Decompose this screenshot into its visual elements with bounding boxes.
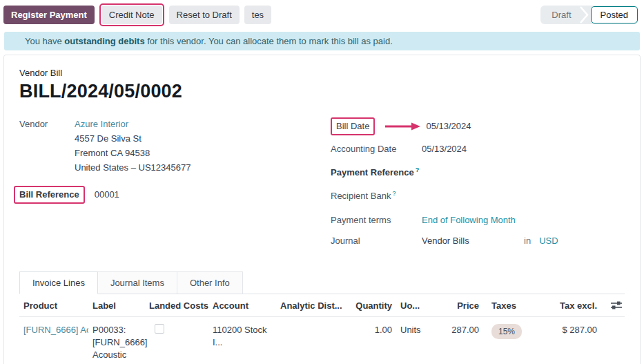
vendor-bill-page: Register Payment Credit Note Reset to Dr… <box>0 0 644 364</box>
outstanding-debits-banner: You have outstanding debits for this ven… <box>4 32 640 50</box>
col-header-tax-excl[interactable]: Tax excl. <box>549 300 601 311</box>
annotation-box-credit-note: Credit Note <box>99 3 164 26</box>
outstanding-debits-link[interactable]: outstanding debits <box>64 36 144 46</box>
tes-button[interactable]: tes <box>244 6 271 24</box>
col-header-account[interactable]: Account <box>208 300 276 311</box>
journal-field: Journal Vendor Bills in USD <box>331 234 625 248</box>
payment-reference-label: Payment Reference? <box>331 163 422 180</box>
line-product-link[interactable]: [FURN_6666] Acoustic Bloc Screens <box>19 324 88 336</box>
accounting-date-value[interactable]: 05/13/2024 <box>422 142 467 156</box>
vendor-address-line2: Fremont CA 94538 <box>75 146 191 160</box>
vendor-label: Vendor <box>19 117 75 131</box>
banner-text-suffix: for this vendor. You can allocate them t… <box>145 36 393 46</box>
line-account[interactable]: 110200 Stock I... <box>208 324 276 349</box>
tab-invoice-lines[interactable]: Invoice Lines <box>19 271 98 294</box>
line-tax-excl: $ 287.00 <box>549 324 601 336</box>
payment-terms-link[interactable]: End of Following Month <box>422 213 516 227</box>
accounting-date-label: Accounting Date <box>331 142 422 156</box>
tab-other-info[interactable]: Other Info <box>177 271 243 294</box>
line-price[interactable]: 287.00 <box>436 324 483 336</box>
reset-to-draft-button[interactable]: Reset to Draft <box>169 6 240 24</box>
line-uom[interactable]: Units <box>396 324 436 336</box>
toolbar: Register Payment Credit Note Reset to Dr… <box>0 0 644 30</box>
col-header-quantity[interactable]: Quantity <box>342 300 396 311</box>
line-landed-costs <box>145 324 208 337</box>
help-icon[interactable]: ? <box>416 166 420 173</box>
form-right-column: Bill Date 05/13/2024 Accounting Date 05/… <box>331 117 625 255</box>
vendor-address-line3: United States – US12345677 <box>75 160 191 175</box>
invoice-lines-header: Product Label Landed Costs Account Analy… <box>19 294 625 317</box>
annotation-box-bill-reference: Bill Reference <box>14 186 85 204</box>
bill-reference-label: Bill Reference <box>19 189 79 200</box>
accounting-date-field: Accounting Date 05/13/2024 <box>331 142 625 156</box>
journal-label: Journal <box>331 234 422 248</box>
invoice-line-row[interactable]: [FURN_6666] Acoustic Bloc Screens P00033… <box>19 317 625 364</box>
form-left-column: Vendor Azure Interior 4557 De Silva St F… <box>19 117 331 255</box>
payment-reference-field: Payment Reference? <box>331 163 625 180</box>
journal-in-word: in <box>524 234 531 248</box>
vendor-address-line1: 4557 De Silva St <box>75 131 191 146</box>
banner-text-prefix: You have <box>25 36 64 46</box>
col-header-label[interactable]: Label <box>88 300 145 311</box>
annotation-box-bill-date: Bill Date <box>331 117 375 135</box>
payment-terms-field: Payment terms End of Following Month <box>331 213 625 227</box>
line-quantity[interactable]: 1.00 <box>342 324 396 336</box>
optional-columns-icon[interactable] <box>601 300 625 310</box>
annotation-arrow-icon <box>384 122 420 131</box>
form-fields: Vendor Azure Interior 4557 De Silva St F… <box>19 117 625 255</box>
col-header-analytic[interactable]: Analytic Dist... <box>276 300 342 311</box>
status-ribbon: Draft Posted <box>540 6 638 24</box>
bill-form-sheet: Vendor Bill BILL/2024/05/0002 Vendor Azu… <box>3 55 641 364</box>
document-type-label: Vendor Bill <box>19 68 625 78</box>
col-header-taxes[interactable]: Taxes <box>483 300 549 311</box>
chevron-right-icon <box>578 6 589 24</box>
tax-badge[interactable]: 15% <box>491 324 522 339</box>
col-header-uom[interactable]: Uo... <box>396 300 436 311</box>
bill-reference-value[interactable]: 00001 <box>95 188 119 202</box>
status-posted[interactable]: Posted <box>591 6 638 23</box>
credit-note-button[interactable]: Credit Note <box>101 6 162 24</box>
recipient-bank-field: Recipient Bank? <box>331 186 625 203</box>
line-label[interactable]: P00033: [FURN_6666] Acoustic Bloc Screen… <box>88 324 145 364</box>
journal-value[interactable]: Vendor Bills <box>422 234 524 248</box>
vendor-value: Azure Interior 4557 De Silva St Fremont … <box>75 117 191 175</box>
bill-date-label: Bill Date <box>336 121 369 131</box>
journal-currency-link[interactable]: USD <box>539 234 558 248</box>
vendor-field: Vendor Azure Interior 4557 De Silva St F… <box>19 117 331 175</box>
tab-journal-items[interactable]: Journal Items <box>98 271 177 294</box>
toolbar-buttons: Register Payment Credit Note Reset to Dr… <box>3 3 271 26</box>
payment-terms-label: Payment terms <box>331 213 422 227</box>
col-header-price[interactable]: Price <box>436 300 483 311</box>
help-icon[interactable]: ? <box>392 190 396 197</box>
bill-date-field: Bill Date 05/13/2024 <box>331 117 625 135</box>
bill-date-value[interactable]: 05/13/2024 <box>426 119 471 133</box>
line-taxes: 15% <box>483 324 549 339</box>
col-header-product[interactable]: Product <box>19 300 88 311</box>
bill-reference-field: Bill Reference 00001 <box>19 186 331 204</box>
vendor-name-link[interactable]: Azure Interior <box>75 119 128 129</box>
status-draft[interactable]: Draft <box>540 10 578 20</box>
notebook-tabs: Invoice Lines Journal Items Other Info <box>19 271 625 294</box>
bill-number-title: BILL/2024/05/0002 <box>19 81 625 102</box>
recipient-bank-label: Recipient Bank? <box>331 186 422 203</box>
register-payment-button[interactable]: Register Payment <box>3 6 95 24</box>
landed-costs-checkbox[interactable] <box>155 324 164 334</box>
col-header-landed-costs[interactable]: Landed Costs <box>145 300 208 311</box>
